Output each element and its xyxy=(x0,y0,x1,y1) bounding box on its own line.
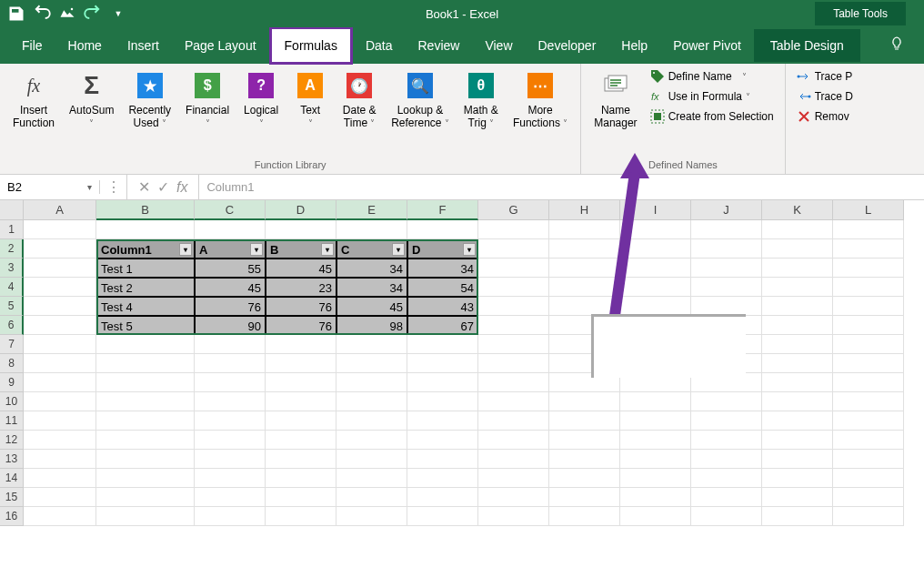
math-trig-button[interactable]: θ Math & Trig ˅ xyxy=(458,67,504,134)
cell[interactable]: A▾ xyxy=(195,239,266,259)
cell[interactable] xyxy=(762,392,833,411)
cell[interactable] xyxy=(833,392,904,411)
date-time-button[interactable]: 🕐 Date & Time ˅ xyxy=(336,67,382,134)
cell[interactable] xyxy=(549,411,620,431)
cell[interactable] xyxy=(620,239,691,259)
cell[interactable]: 98 xyxy=(336,316,407,335)
cell[interactable] xyxy=(478,316,549,335)
cell[interactable]: 76 xyxy=(195,297,266,316)
cell[interactable]: 23 xyxy=(266,278,336,297)
cell[interactable] xyxy=(96,411,195,431)
cancel-icon[interactable]: ✕ xyxy=(138,178,150,196)
cell[interactable] xyxy=(24,431,96,450)
cell[interactable] xyxy=(833,488,904,507)
cell[interactable] xyxy=(620,392,691,411)
cell[interactable] xyxy=(620,469,691,488)
cell[interactable] xyxy=(195,507,266,526)
row-header[interactable]: 13 xyxy=(0,450,24,469)
cell[interactable]: C▾ xyxy=(336,239,407,259)
cell[interactable] xyxy=(762,259,833,278)
cell[interactable] xyxy=(691,392,762,411)
cell[interactable] xyxy=(336,488,407,507)
cell[interactable] xyxy=(691,220,762,239)
cell[interactable] xyxy=(762,507,833,526)
cell[interactable] xyxy=(549,239,620,259)
cell[interactable] xyxy=(762,411,833,431)
cell[interactable] xyxy=(478,373,549,392)
tab-page-layout[interactable]: Page Layout xyxy=(172,29,269,62)
cell[interactable] xyxy=(266,488,336,507)
cell[interactable] xyxy=(833,259,904,278)
logical-button[interactable]: ? Logical˅ xyxy=(238,67,284,134)
cell[interactable] xyxy=(549,488,620,507)
cell[interactable] xyxy=(407,469,478,488)
cell[interactable] xyxy=(195,335,266,354)
trace-precedents-button[interactable]: Trace P xyxy=(793,67,857,86)
tab-review[interactable]: Review xyxy=(406,29,473,62)
cell[interactable] xyxy=(833,278,904,297)
cell[interactable] xyxy=(691,488,762,507)
cell[interactable] xyxy=(833,373,904,392)
cell[interactable] xyxy=(407,450,478,469)
cell[interactable] xyxy=(24,297,96,316)
cell[interactable] xyxy=(478,239,549,259)
row-header[interactable]: 2 xyxy=(0,239,24,259)
tab-help[interactable]: Help xyxy=(608,29,660,62)
cell[interactable] xyxy=(691,239,762,259)
row-header[interactable]: 3 xyxy=(0,259,24,278)
autosum-button[interactable]: Σ AutoSum˅ xyxy=(64,67,119,134)
cell[interactable] xyxy=(266,469,336,488)
cell[interactable] xyxy=(620,297,691,316)
name-box[interactable]: B2▾ xyxy=(0,180,100,194)
tab-power-pivot[interactable]: Power Pivot xyxy=(660,29,754,62)
recently-used-button[interactable]: ★ Recently Used ˅ xyxy=(123,67,176,134)
row-header[interactable]: 7 xyxy=(0,335,24,354)
cell[interactable] xyxy=(833,411,904,431)
cell[interactable]: Test 2 xyxy=(96,278,195,297)
cell[interactable] xyxy=(620,278,691,297)
cell[interactable]: Test 5 xyxy=(96,316,195,335)
cell[interactable] xyxy=(96,431,195,450)
row-header[interactable]: 4 xyxy=(0,278,24,297)
tab-data[interactable]: Data xyxy=(353,29,406,62)
cell[interactable] xyxy=(336,373,407,392)
cell[interactable] xyxy=(762,469,833,488)
cell[interactable] xyxy=(762,220,833,239)
cell[interactable] xyxy=(24,354,96,373)
cell[interactable] xyxy=(266,411,336,431)
cell[interactable] xyxy=(24,469,96,488)
cell[interactable] xyxy=(478,411,549,431)
cell[interactable] xyxy=(833,469,904,488)
cell[interactable] xyxy=(407,431,478,450)
use-in-formula-button[interactable]: fxUse in Formula ˅ xyxy=(647,87,778,106)
cell[interactable] xyxy=(549,507,620,526)
cell[interactable] xyxy=(24,335,96,354)
cell[interactable] xyxy=(762,239,833,259)
cell[interactable] xyxy=(478,450,549,469)
cell[interactable] xyxy=(195,488,266,507)
cell[interactable] xyxy=(96,373,195,392)
formula-input[interactable]: Column1 xyxy=(199,180,924,194)
tab-insert[interactable]: Insert xyxy=(115,29,172,62)
column-header[interactable]: B xyxy=(96,200,195,220)
cell[interactable] xyxy=(478,335,549,354)
cell[interactable] xyxy=(549,278,620,297)
cell[interactable] xyxy=(336,450,407,469)
cell[interactable] xyxy=(336,335,407,354)
column-header[interactable]: C xyxy=(195,200,266,220)
tab-formulas[interactable]: Formulas xyxy=(269,26,353,65)
cell[interactable]: 43 xyxy=(407,297,478,316)
cell[interactable] xyxy=(266,431,336,450)
cell[interactable] xyxy=(762,373,833,392)
cell[interactable] xyxy=(195,373,266,392)
column-header[interactable]: K xyxy=(762,200,833,220)
cell[interactable] xyxy=(833,335,904,354)
cell[interactable] xyxy=(620,507,691,526)
cell[interactable] xyxy=(24,373,96,392)
cell[interactable]: 45 xyxy=(195,278,266,297)
row-header[interactable]: 15 xyxy=(0,488,24,507)
cell[interactable] xyxy=(24,278,96,297)
undo-icon[interactable] xyxy=(33,5,51,23)
cell[interactable] xyxy=(549,469,620,488)
tell-me-icon[interactable] xyxy=(879,35,915,56)
